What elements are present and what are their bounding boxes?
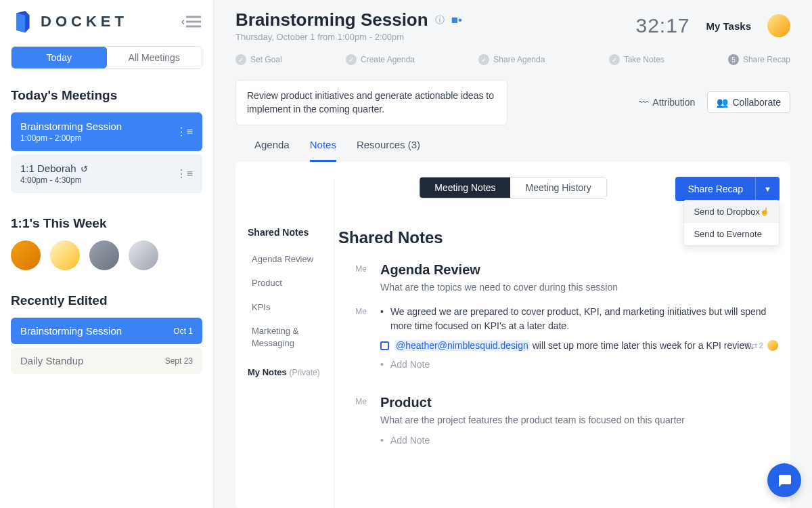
logo[interactable]: DOCKET [12, 11, 128, 33]
video-icon[interactable]: ■• [451, 14, 462, 27]
notes-panel: Meeting Notes Meeting History Share Reca… [235, 162, 790, 508]
recent-standup[interactable]: Daily Standup Sept 23 [11, 347, 202, 374]
author-label: Me [338, 305, 367, 379]
main: Brainstorming Session ⓘ ■• Thursday, Oct… [214, 0, 812, 508]
outline-kpis[interactable]: KPIs [248, 295, 337, 320]
meeting-title: 1:1 Deborah↺ [20, 163, 88, 174]
collapse-sidebar-button[interactable]: ‹ [181, 16, 201, 28]
content-tabs: Agenda Notes Resources (3) [235, 125, 790, 163]
ones-avatars [11, 240, 202, 270]
avatar[interactable] [129, 240, 158, 270]
chevron-left-icon: ‹ [181, 16, 185, 28]
ones-this-week-heading: 1:1's This Week [11, 216, 202, 231]
outline-agenda-review[interactable]: Agenda Review [248, 247, 337, 272]
section-product-sub: What are the project features the produc… [380, 415, 778, 425]
step-create-agenda[interactable]: ✓Create Agenda [346, 54, 415, 65]
step-share-recap[interactable]: 5Share Recap [728, 54, 790, 65]
chat-icon [776, 472, 792, 488]
tab-notes[interactable]: Notes [310, 139, 336, 162]
chat-fab[interactable] [767, 463, 801, 497]
recent-date: Sept 23 [165, 356, 193, 366]
note-bullet[interactable]: •We agreed we are prepared to cover prod… [380, 305, 778, 333]
recent-title: Daily Standup [20, 355, 83, 366]
people-icon: 👥 [717, 97, 728, 108]
meeting-title: Brainstorming Session [20, 121, 122, 132]
task-date: Oct 2 [746, 341, 763, 350]
section-agenda-review-sub: What are the topics we need to cover dur… [380, 282, 778, 293]
notes-outline: Shared Notes Agenda Review Product KPIs … [235, 178, 337, 508]
cursor-icon: ☝ [760, 207, 769, 216]
step-take-notes[interactable]: ✓Take Notes [609, 54, 664, 65]
notes-subtabs: Meeting Notes Meeting History [419, 177, 607, 198]
avatar[interactable] [89, 240, 119, 270]
page-title: Brainstorming Session [235, 9, 428, 30]
step-share-agenda[interactable]: ✓Share Agenda [478, 54, 545, 65]
goal-text: Review product initiatives and generate … [235, 80, 508, 125]
recent-date: Oct 1 [173, 326, 193, 336]
avatar[interactable] [11, 240, 41, 270]
meeting-card-deborah[interactable]: 1:1 Deborah↺ 4:00pm - 4:30pm ⋮≡ [11, 154, 202, 193]
share-recap-button[interactable]: Share Recap [675, 177, 755, 201]
view-toggle: Today All Meetings [11, 46, 202, 69]
add-note-button[interactable]: •Add Note [380, 433, 778, 448]
tab-agenda[interactable]: Agenda [254, 139, 290, 162]
recent-brainstorming[interactable]: Brainstorming Session Oct 1 [11, 318, 202, 344]
section-product-title: Product [380, 395, 778, 410]
collaborate-button[interactable]: 👥 Collaborate [707, 91, 790, 113]
mention[interactable]: @heather@nimblesquid.design [394, 340, 530, 351]
menu-send-evernote[interactable]: Send to Evernote [684, 223, 779, 245]
profile-avatar[interactable] [767, 14, 790, 37]
share-recap-caret[interactable]: ▼ [755, 177, 780, 201]
check-icon: ✓ [478, 54, 489, 65]
author-label: Me [338, 395, 367, 454]
avatar[interactable] [50, 240, 80, 270]
assignee-avatar[interactable] [767, 340, 778, 351]
author-label: Me [338, 262, 367, 301]
list-icon[interactable]: ⋮≡ [176, 167, 193, 180]
toggle-all-meetings[interactable]: All Meetings [107, 47, 202, 68]
logo-icon [12, 11, 34, 33]
logo-text: DOCKET [41, 13, 128, 30]
my-tasks-link[interactable]: My Tasks [706, 20, 751, 32]
toggle-today[interactable]: Today [12, 47, 107, 68]
meeting-datetime: Thursday, October 1 from 1:00pm - 2:00pm [235, 32, 462, 42]
recently-edited-heading: Recently Edited [11, 293, 202, 308]
progress-steps: ✓Set Goal ✓Create Agenda ✓Share Agenda ✓… [214, 47, 812, 70]
meeting-time: 4:00pm - 4:30pm [20, 175, 88, 185]
info-icon[interactable]: ⓘ [435, 14, 445, 26]
todays-meetings-heading: Today's Meetings [11, 88, 202, 103]
timer: 32:17 [635, 14, 690, 37]
step-number: 5 [728, 54, 739, 65]
meeting-card-brainstorming[interactable]: Brainstorming Session 1:00pm - 2:00pm ⋮≡ [11, 112, 202, 151]
check-icon: ✓ [346, 54, 357, 65]
recent-title: Brainstorming Session [20, 325, 122, 337]
outline-product[interactable]: Product [248, 271, 337, 295]
menu-send-dropbox[interactable]: Send to Dropbox☝ [684, 200, 779, 223]
checkbox-icon[interactable] [380, 341, 389, 350]
add-note-button[interactable]: •Add Note [380, 358, 778, 372]
outline-marketing[interactable]: Marketing & Messaging [248, 319, 337, 355]
sidebar: DOCKET ‹ Today All Meetings Today's Meet… [0, 0, 214, 508]
meeting-time: 1:00pm - 2:00pm [20, 133, 122, 143]
my-notes-heading[interactable]: My Notes (Private) [248, 367, 337, 377]
attribution-button[interactable]: 〰 Attribution [639, 97, 695, 108]
history-icon: ↺ [81, 164, 88, 174]
share-recap-menu: Send to Dropbox☝ Send to Evernote [683, 200, 780, 246]
list-icon[interactable]: ⋮≡ [176, 125, 193, 138]
tab-resources[interactable]: Resources (3) [357, 139, 420, 162]
subtab-meeting-history[interactable]: Meeting History [511, 177, 606, 198]
check-icon: ✓ [235, 54, 246, 65]
section-agenda-review-title: Agenda Review [380, 262, 778, 278]
step-set-goal[interactable]: ✓Set Goal [235, 54, 282, 65]
subtab-meeting-notes[interactable]: Meeting Notes [420, 177, 510, 198]
shared-notes-heading: Shared Notes [248, 227, 337, 238]
task-item[interactable]: @heather@nimblesquid.design will set up … [380, 340, 778, 351]
chart-icon: 〰 [639, 97, 648, 108]
check-icon: ✓ [609, 54, 620, 65]
hamburger-icon [186, 16, 201, 28]
